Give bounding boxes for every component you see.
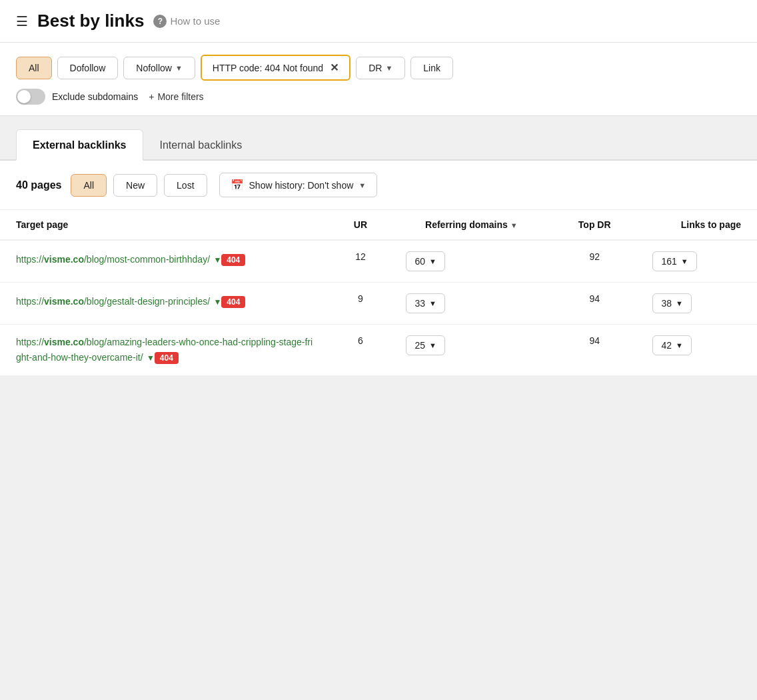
nofollow-label: Nofollow [136, 63, 172, 73]
links-to-page-arrow-icon: ▼ [676, 341, 683, 349]
dofollow-filter-button[interactable]: Dofollow [57, 57, 119, 79]
exclude-subdomains-toggle-wrap: Exclude subdomains [16, 89, 138, 105]
help-icon: ? [153, 15, 167, 28]
links-to-page-dropdown-button[interactable]: 161 ▼ [652, 251, 696, 271]
links-to-page-dropdown-button[interactable]: 42 ▼ [652, 335, 691, 355]
exclude-subdomains-toggle[interactable] [16, 89, 45, 105]
filter-row-2: Exclude subdomains + More filters [16, 89, 741, 105]
nofollow-dropdown-arrow: ▼ [175, 64, 183, 72]
url-dropdown-arrow-icon[interactable]: ▼ [211, 297, 221, 307]
target-page-cell: https://visme.co/blog/most-common-birthh… [0, 240, 331, 283]
url-prefix: https:// [16, 296, 44, 307]
show-history-dropdown-arrow: ▼ [359, 181, 366, 189]
http-code-label: HTTP code: 404 Not found [213, 63, 323, 73]
links-to-page-cell: 42 ▼ [636, 325, 757, 376]
referring-domains-arrow-icon: ▼ [429, 299, 436, 307]
ur-value: 9 [331, 283, 390, 325]
url-dropdown-arrow-icon[interactable]: ▼ [211, 255, 221, 265]
referring-domains-value: 60 [414, 256, 425, 267]
links-to-page-value: 161 [661, 256, 676, 267]
main-content: External backlinks Internal backlinks 40… [0, 116, 757, 375]
tab-internal-backlinks[interactable]: Internal backlinks [143, 129, 259, 159]
calendar-icon: 📅 [231, 179, 244, 191]
sub-lost-button[interactable]: Lost [164, 174, 207, 197]
hamburger-icon[interactable]: ☰ [16, 13, 28, 29]
dr-dropdown-arrow: ▼ [385, 64, 392, 72]
tabs-container: External backlinks Internal backlinks [0, 129, 757, 161]
more-filters-label: More filters [157, 91, 203, 102]
col-ur: UR [331, 210, 390, 240]
sub-new-button[interactable]: New [113, 174, 157, 197]
target-page-cell: https://visme.co/blog/amazing-leaders-wh… [0, 325, 331, 376]
how-to-use-label: How to use [170, 15, 220, 27]
url-domain: visme.co [44, 296, 84, 307]
http-code-close-icon[interactable]: ✕ [330, 61, 339, 74]
table-header-row: Target page UR Referring domains ▼ Top D… [0, 210, 757, 240]
status-badge: 404 [221, 296, 245, 308]
table-area: 40 pages All New Lost 📅 Show history: Do… [0, 161, 757, 375]
referring-domains-sort-icon: ▼ [510, 221, 518, 229]
referring-domains-dropdown-button[interactable]: 60 ▼ [406, 251, 444, 271]
filter-bar: All Dofollow Nofollow ▼ HTTP code: 404 N… [0, 43, 757, 116]
table-row: https://visme.co/blog/gestalt-design-pri… [0, 283, 757, 325]
referring-domains-cell: 33 ▼ [390, 283, 552, 325]
target-page-cell: https://visme.co/blog/gestalt-design-pri… [0, 283, 331, 325]
plus-icon: + [149, 91, 154, 102]
dr-label: DR [369, 63, 382, 73]
link-label: Link [423, 63, 440, 73]
url-dropdown-arrow-icon[interactable]: ▼ [145, 353, 155, 363]
more-filters-button[interactable]: + More filters [143, 89, 209, 105]
target-page-link[interactable]: https://visme.co/blog/most-common-birthh… [16, 254, 221, 265]
links-to-page-dropdown-button[interactable]: 38 ▼ [652, 293, 691, 313]
http-code-filter-button[interactable]: HTTP code: 404 Not found ✕ [201, 55, 351, 81]
status-badge: 404 [221, 254, 245, 266]
links-to-page-arrow-icon: ▼ [681, 257, 688, 265]
table-row: https://visme.co/blog/most-common-birthh… [0, 240, 757, 283]
url-path: /blog/gestalt-design-principles/ [84, 296, 210, 307]
referring-domains-arrow-icon: ▼ [429, 257, 436, 265]
sub-filter-bar: 40 pages All New Lost 📅 Show history: Do… [0, 161, 757, 210]
nofollow-filter-button[interactable]: Nofollow ▼ [123, 57, 195, 79]
url-prefix: https:// [16, 254, 44, 265]
col-target-page: Target page [0, 210, 331, 240]
header: ☰ Best by links ? How to use [0, 0, 757, 43]
top-dr-value: 94 [552, 283, 636, 325]
show-history-button[interactable]: 📅 Show history: Don't show ▼ [219, 173, 378, 197]
referring-domains-dropdown-button[interactable]: 25 ▼ [406, 335, 444, 355]
table-row: https://visme.co/blog/amazing-leaders-wh… [0, 325, 757, 376]
links-to-page-value: 42 [661, 340, 672, 351]
filter-row-1: All Dofollow Nofollow ▼ HTTP code: 404 N… [16, 55, 741, 81]
status-badge: 404 [155, 352, 179, 364]
url-domain: visme.co [44, 254, 84, 265]
links-to-page-value: 38 [661, 298, 672, 309]
exclude-subdomains-label: Exclude subdomains [52, 91, 138, 102]
pages-count: 40 pages [16, 179, 61, 191]
referring-domains-dropdown-button[interactable]: 33 ▼ [406, 293, 444, 313]
links-to-page-cell: 161 ▼ [636, 240, 757, 283]
referring-domains-arrow-icon: ▼ [429, 341, 436, 349]
top-dr-value: 94 [552, 325, 636, 376]
dr-filter-button[interactable]: DR ▼ [356, 57, 405, 79]
referring-domains-cell: 25 ▼ [390, 325, 552, 376]
referring-domains-cell: 60 ▼ [390, 240, 552, 283]
how-to-use-link[interactable]: ? How to use [153, 15, 220, 28]
col-referring-domains[interactable]: Referring domains ▼ [390, 210, 552, 240]
target-page-link[interactable]: https://visme.co/blog/gestalt-design-pri… [16, 296, 221, 307]
top-dr-value: 92 [552, 240, 636, 283]
url-domain: visme.co [44, 337, 84, 347]
col-links-to-page: Links to page [636, 210, 757, 240]
ur-value: 12 [331, 240, 390, 283]
page-title: Best by links [37, 11, 144, 31]
sub-all-button[interactable]: All [71, 174, 107, 197]
referring-domains-value: 33 [414, 298, 425, 309]
data-table: Target page UR Referring domains ▼ Top D… [0, 210, 757, 375]
referring-domains-value: 25 [414, 340, 425, 351]
links-to-page-arrow-icon: ▼ [676, 299, 683, 307]
show-history-label: Show history: Don't show [249, 180, 354, 191]
url-prefix: https:// [16, 337, 44, 347]
tab-external-backlinks[interactable]: External backlinks [16, 129, 143, 161]
link-filter-button[interactable]: Link [410, 57, 453, 79]
links-to-page-cell: 38 ▼ [636, 283, 757, 325]
all-filter-button[interactable]: All [16, 57, 52, 79]
ur-value: 6 [331, 325, 390, 376]
